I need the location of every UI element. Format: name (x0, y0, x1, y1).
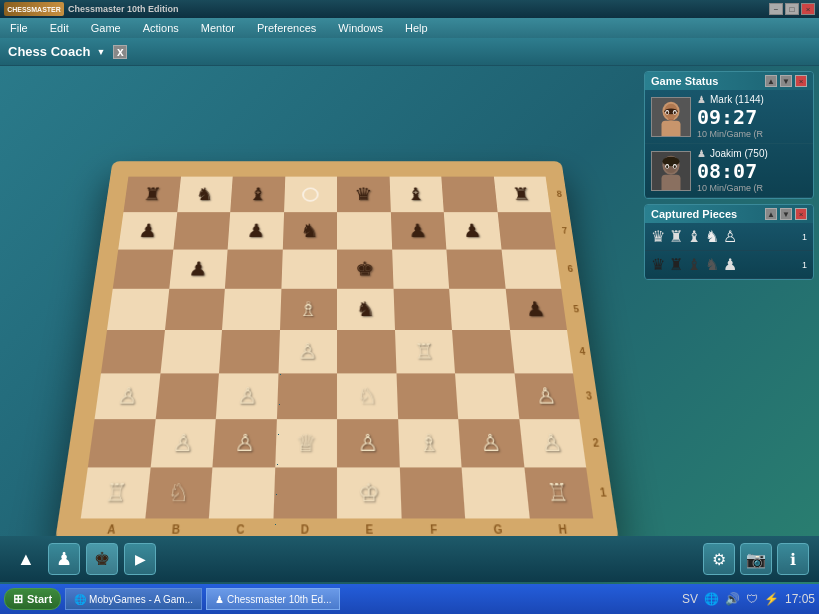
nav-play-button[interactable]: ▶ (124, 543, 156, 575)
square-e4[interactable] (337, 330, 396, 373)
scroll-up-button[interactable]: ▲ (10, 543, 42, 575)
menu-help[interactable]: Help (401, 20, 432, 36)
game-status-title: Game Status (651, 75, 718, 87)
square-f8[interactable]: ♝ (389, 177, 444, 213)
menu-edit[interactable]: Edit (46, 20, 73, 36)
menu-game[interactable]: Game (87, 20, 125, 36)
captured-up-button[interactable]: ▲ (765, 208, 777, 220)
square-a3[interactable]: ♙ (95, 373, 160, 419)
square-d8[interactable] (284, 177, 337, 213)
square-f7[interactable]: ♟ (390, 212, 446, 249)
square-c3[interactable]: ♙ (216, 373, 278, 419)
info-icon: ℹ (790, 550, 796, 569)
taskbar-item-chessmaster[interactable]: ♟ Chessmaster 10th Ed... (206, 588, 341, 610)
square-b1[interactable]: ♘ (145, 467, 213, 518)
square-e3[interactable]: ♘ (337, 373, 398, 419)
chess-board[interactable]: ♜ ♞ ♝ ♛ ♝ ♜ ♟ ♟ ♞ (55, 161, 619, 542)
nav-info-button[interactable]: ℹ (777, 543, 809, 575)
square-e6[interactable]: ♚ (337, 250, 393, 289)
square-f3[interactable] (396, 373, 458, 419)
square-a2[interactable] (88, 419, 155, 467)
square-a8[interactable]: ♜ (123, 177, 180, 213)
menu-preferences[interactable]: Preferences (253, 20, 320, 36)
square-d3[interactable] (276, 373, 337, 419)
square-c8[interactable]: ♝ (230, 177, 285, 213)
square-g8[interactable] (441, 177, 497, 213)
square-g7[interactable]: ♟ (444, 212, 501, 249)
coach-close-button[interactable]: x (113, 45, 127, 59)
square-e5[interactable]: ♞ (337, 289, 395, 330)
nav-pawn-icon[interactable]: ♟ (48, 543, 80, 575)
square-e1[interactable]: ♔ (337, 467, 401, 518)
square-h8[interactable]: ♜ (493, 177, 550, 213)
square-e7[interactable] (337, 212, 392, 249)
square-a1[interactable]: ♖ (81, 467, 150, 518)
square-g1[interactable] (462, 467, 530, 518)
start-button[interactable]: ⊞ Start (4, 588, 61, 610)
square-g3[interactable] (455, 373, 519, 419)
player2-name-row: ♟ Joakim (750) (697, 148, 807, 159)
square-d5[interactable]: ♗ (280, 289, 338, 330)
square-d1[interactable] (273, 467, 337, 518)
square-h1[interactable]: ♖ (524, 467, 593, 518)
square-b7[interactable] (173, 212, 230, 249)
square-b2[interactable]: ♙ (150, 419, 216, 467)
nav-settings-button[interactable]: ⚙ (703, 543, 735, 575)
square-f1[interactable] (399, 467, 465, 518)
square-d4[interactable]: ♙ (278, 330, 337, 373)
square-h5[interactable]: ♟ (505, 289, 567, 330)
menu-file[interactable]: File (6, 20, 32, 36)
captured-down-button[interactable]: ▼ (780, 208, 792, 220)
coach-dropdown[interactable]: ▼ (96, 47, 105, 57)
minimize-button[interactable]: − (769, 3, 783, 15)
square-f4[interactable]: ♖ (395, 330, 456, 373)
square-c5[interactable] (222, 289, 281, 330)
square-c6[interactable] (225, 250, 282, 289)
square-d7[interactable]: ♞ (282, 212, 337, 249)
nav-camera-button[interactable]: 📷 (740, 543, 772, 575)
taskbar-item-mobygames[interactable]: 🌐 MobyGames - A Gam... (65, 588, 202, 610)
maximize-button[interactable]: □ (785, 3, 799, 15)
square-g2[interactable]: ♙ (458, 419, 524, 467)
square-b5[interactable] (165, 289, 225, 330)
game-status-up-button[interactable]: ▲ (765, 75, 777, 87)
square-g5[interactable] (449, 289, 509, 330)
square-b4[interactable] (160, 330, 222, 373)
square-b8[interactable]: ♞ (177, 177, 233, 213)
square-b3[interactable] (155, 373, 219, 419)
square-f5[interactable] (393, 289, 452, 330)
square-f2[interactable]: ♗ (398, 419, 462, 467)
square-c1[interactable] (209, 467, 275, 518)
game-status-close-button[interactable]: × (795, 75, 807, 87)
nav-king-icon[interactable]: ♚ (86, 543, 118, 575)
menu-actions[interactable]: Actions (139, 20, 183, 36)
square-g6[interactable] (446, 250, 505, 289)
player1-icon: ♟ (697, 94, 706, 105)
square-a6[interactable] (113, 250, 173, 289)
square-c7[interactable]: ♟ (228, 212, 284, 249)
square-d6[interactable] (281, 250, 337, 289)
square-a7[interactable]: ♟ (118, 212, 177, 249)
menu-mentor[interactable]: Mentor (197, 20, 239, 36)
square-e2[interactable]: ♙ (337, 419, 399, 467)
game-status-down-button[interactable]: ▼ (780, 75, 792, 87)
captured-panel: Captured Pieces ▲ ▼ × ♛ ♜ ♝ ♞ ♙ 1 ♛ ♜ (644, 204, 814, 280)
square-a5[interactable] (107, 289, 169, 330)
square-d2[interactable]: ♕ (275, 419, 337, 467)
square-h7[interactable] (497, 212, 556, 249)
square-c2[interactable]: ♙ (212, 419, 276, 467)
square-c4[interactable] (219, 330, 280, 373)
volume-icon: 🔊 (725, 592, 740, 606)
square-h6[interactable] (501, 250, 561, 289)
square-a4[interactable] (101, 330, 165, 373)
square-f6[interactable] (392, 250, 449, 289)
square-b6[interactable]: ♟ (169, 250, 228, 289)
square-g4[interactable] (452, 330, 514, 373)
square-h4[interactable] (510, 330, 574, 373)
close-window-button[interactable]: × (801, 3, 815, 15)
menu-windows[interactable]: Windows (334, 20, 387, 36)
square-h3[interactable]: ♙ (514, 373, 579, 419)
square-h2[interactable]: ♙ (519, 419, 586, 467)
square-e8[interactable]: ♛ (337, 177, 390, 213)
captured-close-button[interactable]: × (795, 208, 807, 220)
